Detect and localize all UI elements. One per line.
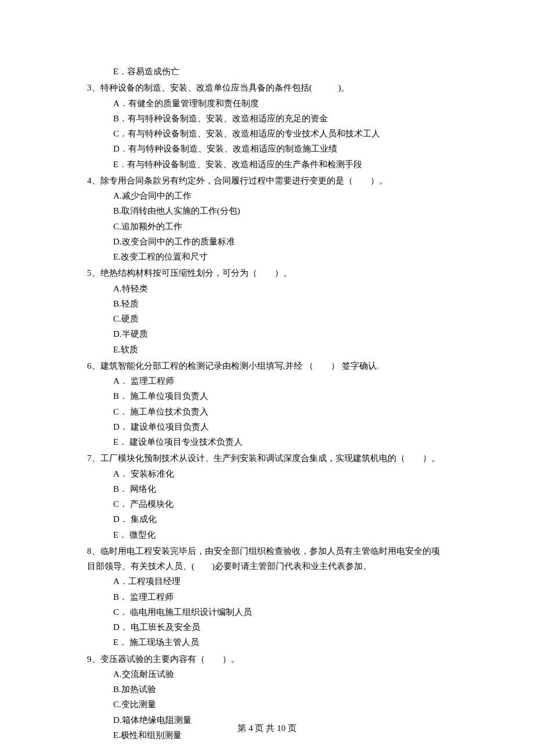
option-b: B.加热试验 — [113, 682, 447, 697]
option-a: A． 监理工程师 — [113, 373, 447, 388]
question-options: A．工程项目经理 B． 监理工程师 C． 临电用电施工组织设计编制人员 D． 电… — [87, 574, 447, 650]
option-b: B.轻质 — [113, 296, 447, 311]
option-e: E． 施工现场主管人员 — [113, 635, 447, 650]
page-number: 第 4 页 共 10 页 — [237, 723, 296, 733]
question-stem: 8、临时用电工程安装完毕后，由安全部门组织检查验收，参加人员有主管临时用电安全的… — [87, 543, 447, 574]
question-stem: 7、工厂模块化预制技术从设计、生产到安装和调试深度合集成，实现建筑机电的（ ）。 — [87, 451, 447, 466]
option-b: B.取消转由他人实施的工作(分包) — [113, 203, 447, 218]
page-footer: 第 4 页 共 10 页 — [0, 721, 534, 736]
orphan-option-e: E．容易造成伤亡 — [87, 64, 447, 79]
question-options: A.特轻类 B.轻质 C.硬质 D.半硬质 E.软质 — [87, 281, 447, 357]
option-c: C． 产品模块化 — [113, 496, 447, 512]
option-b: B． 网络化 — [113, 481, 447, 496]
question-stem: 5、绝热结构材料按可压缩性划分，可分为（ ）。 — [87, 265, 447, 280]
option-e: E． 微型化 — [113, 527, 447, 542]
question-options: A．有健全的质量管理制度和责任制度 B．有与特种设备制造、安装、改造相适应的充足… — [87, 96, 447, 172]
option-a: A．工程项目经理 — [113, 574, 447, 589]
option-a: A.特轻类 — [113, 281, 447, 296]
option-b: B．有与特种设备制造、安装、改造相适应的充足的资金 — [113, 111, 447, 126]
option-e: E．有与特种设备制造、安装、改造相适应的生产条件和检测手段 — [113, 157, 447, 172]
option-c: C． 临电用电施工组织设计编制人员 — [113, 604, 447, 620]
option-c: C.硬质 — [113, 311, 447, 326]
option-c: C.追加额外的工作 — [113, 219, 447, 234]
option-e: E． 建设单位项目专业技术负责人 — [113, 434, 447, 449]
option-a: A.减少合同中的工作 — [113, 188, 447, 203]
question-options: A． 安装标准化 B． 网络化 C． 产品模块化 D． 集成化 E． 微型化 — [87, 466, 447, 542]
option-b: B． 监理工程师 — [113, 589, 447, 604]
question-6: 6、建筑智能化分部工程的检测记录由检测小组填写,并经 （ ） 签字确认. A． … — [87, 358, 447, 450]
option-a: A．有健全的质量管理制度和责任制度 — [113, 96, 447, 111]
option-d: D． 建设单位项目负责人 — [113, 419, 447, 434]
option-e: E.改变工程的位置和尺寸 — [113, 249, 447, 264]
question-stem: 4、除专用合同条款另有约定外，合同履行过程中需要进行变更的是（ ）。 — [87, 173, 447, 188]
question-stem: 9、变压器试验的主要内容有（ ）。 — [87, 651, 447, 667]
question-7: 7、工厂模块化预制技术从设计、生产到安装和调试深度合集成，实现建筑机电的（ ）。… — [87, 451, 447, 542]
option-c: C． 施工单位技术负责入 — [113, 404, 447, 419]
option-text: E．容易造成伤亡 — [113, 67, 179, 76]
question-4: 4、除专用合同条款另有约定外，合同履行过程中需要进行变更的是（ ）。 A.减少合… — [87, 173, 447, 265]
option-a: A.交流耐压试验 — [113, 667, 447, 682]
question-5: 5、绝热结构材料按可压缩性划分，可分为（ ）。 A.特轻类 B.轻质 C.硬质 … — [87, 265, 447, 357]
option-e: E.软质 — [113, 342, 447, 357]
question-8: 8、临时用电工程安装完毕后，由安全部门组织检查验收，参加人员有主管临时用电安全的… — [87, 543, 447, 650]
option-d: D.改变合同中的工作的质量标准 — [113, 234, 447, 249]
question-options: A． 监理工程师 B． 施工单位项目负责人 C． 施工单位技术负责入 D． 建设… — [87, 373, 447, 449]
question-stem: 3、特种设备的制造、安装、改造单位应当具备的条件包括( )。 — [87, 80, 447, 95]
question-options: A.减少合同中的工作 B.取消转由他人实施的工作(分包) C.追加额外的工作 D… — [87, 188, 447, 264]
option-d: D． 电工班长及安全员 — [113, 620, 447, 635]
question-3: 3、特种设备的制造、安装、改造单位应当具备的条件包括( )。 A．有健全的质量管… — [87, 80, 447, 172]
option-d: D.半硬质 — [113, 326, 447, 341]
question-stem: 6、建筑智能化分部工程的检测记录由检测小组填写,并经 （ ） 签字确认. — [87, 358, 447, 373]
option-a: A． 安装标准化 — [113, 466, 447, 481]
option-d: D． 集成化 — [113, 512, 447, 527]
option-c: C.变比测量 — [113, 697, 447, 712]
option-c: C．有与特种设备制造、安装、改造相适应的专业技术人员和技术工人 — [113, 126, 447, 141]
option-b: B． 施工单位项目负责人 — [113, 388, 447, 404]
option-d: D．有与特种设备制造、安装、改造相适应的制造施工业绩 — [113, 141, 447, 156]
document-content: E．容易造成伤亡 3、特种设备的制造、安装、改造单位应当具备的条件包括( )。 … — [0, 0, 534, 756]
